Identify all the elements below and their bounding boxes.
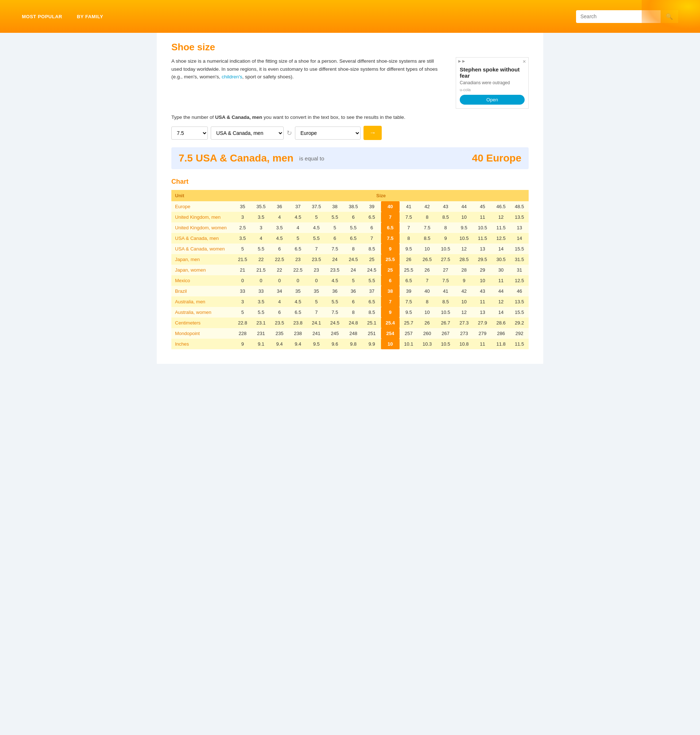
size-cell: 11.5 [473,233,492,244]
unit-cell: Japan, men [171,254,233,265]
size-cell: 3.5 [270,222,289,233]
size-cell: 6 [381,275,400,286]
size-cell: 21.5 [233,254,252,265]
size-cell: 29 [473,265,492,275]
converter-row: 7.5 8 8.5 USA & Canada, menEuropeUnited … [171,126,529,140]
size-cell: 7.5 [437,275,455,286]
size-cell: 26 [418,265,437,275]
size-cell: 23 [289,254,307,265]
size-cell: 8 [418,212,437,222]
size-cell: 4 [289,222,307,233]
size-cell: 3 [233,296,252,307]
size-cell: 13.5 [510,296,529,307]
refresh-icon[interactable]: ↻ [287,129,292,137]
table-row: Centimeters22.823.123.523.824.124.524.82… [171,318,529,328]
size-cell: 8 [418,296,437,307]
size-cell: 27 [437,265,455,275]
size-cell: 286 [492,328,510,339]
size-cell: 9 [437,233,455,244]
size-cell: 24.1 [307,318,326,328]
size-cell: 7 [362,233,381,244]
size-cell: 22 [270,265,289,275]
size-cell: 4 [270,212,289,222]
ad-close[interactable]: ✕ [522,59,526,64]
size-cell: 245 [326,328,344,339]
size-cell: 5.5 [326,296,344,307]
ad-subtitle: Canadians were outraged [460,80,525,85]
ad-label: ▶ ▶ [458,59,465,63]
size-cell: 29.5 [473,254,492,265]
size-cell: 267 [437,328,455,339]
table-row: Mondopoint228231235238241245248251254257… [171,328,529,339]
size-cell: 25 [381,265,400,275]
size-cell: 11.5 [492,222,510,233]
ad-open-button[interactable]: Open [460,95,525,104]
size-cell: 9.1 [252,339,271,349]
size-cell: 24 [344,265,363,275]
size-cell: 13 [510,222,529,233]
unit-cell: Europe [171,201,233,212]
size-cell: 22.5 [270,254,289,265]
desc-link[interactable]: children's [222,74,243,79]
convert-button[interactable]: → [363,126,382,140]
size-cell: 38 [381,286,400,296]
size-cell: 9.5 [400,244,418,254]
size-cell: 0 [307,275,326,286]
size-cell: 35.5 [252,201,271,212]
size-cell: 8 [344,307,363,318]
main-content: Shoe size ✦ Share A shoe size is a numer… [157,33,543,364]
size-cell: 13.5 [510,212,529,222]
size-cell: 24.5 [344,254,363,265]
unit-cell: Japan, women [171,265,233,275]
size-cell: 254 [381,328,400,339]
size-cell: 37 [362,286,381,296]
size-cell: 7.5 [400,212,418,222]
nav-most-popular[interactable]: MOST POPULAR [22,14,62,19]
size-cell: 46.5 [492,201,510,212]
size-cell: 3.5 [252,296,271,307]
size-cell: 6 [270,307,289,318]
table-row: Inches99.19.49.49.59.69.89.91010.110.310… [171,339,529,349]
size-cell: 37.5 [307,201,326,212]
main-nav: MOST POPULAR BY FAMILY [22,14,103,19]
size-cell: 7.5 [326,307,344,318]
size-cell: 6 [326,233,344,244]
size-cell: 235 [270,328,289,339]
page-title: Shoe size [171,41,529,53]
size-cell: 23.1 [252,318,271,328]
size-cell: 41 [400,201,418,212]
size-cell: 33 [252,286,271,296]
size-cell: 6 [270,244,289,254]
table-row: Australia, women55.566.577.588.599.51010… [171,307,529,318]
to-unit-select[interactable]: EuropeUSA & Canada, menUnited Kingdom, m… [295,126,360,140]
size-cell: 7.5 [400,296,418,307]
size-cell: 11.5 [510,339,529,349]
size-cell: 6.5 [381,222,400,233]
size-cell: 6 [362,222,381,233]
nav-by-family[interactable]: BY FAMILY [77,14,103,19]
table-row: Australia, men33.544.555.566.577.588.510… [171,296,529,307]
size-cell: 24.5 [362,265,381,275]
col-unit-header: Unit [171,190,233,201]
value-select[interactable]: 7.5 8 8.5 [171,126,208,140]
size-cell: 273 [455,328,474,339]
size-cell: 22 [252,254,271,265]
size-cell: 5 [233,307,252,318]
size-cell: 10 [455,296,474,307]
table-row: United Kingdom, women2.533.544.555.566.5… [171,222,529,233]
size-cell: 25.5 [381,254,400,265]
size-cell: 30.5 [492,254,510,265]
size-cell: 7.5 [418,222,437,233]
table-row: Japan, women2121.52222.52323.52424.52525… [171,265,529,275]
from-unit-select[interactable]: USA & Canada, menEuropeUnited Kingdom, m… [211,126,284,140]
size-cell: 6.5 [289,244,307,254]
table-row: Brazil33333435353636373839404142434446 [171,286,529,296]
size-cell: 10.5 [437,307,455,318]
size-cell: 4 [252,233,271,244]
size-cell: 11 [492,275,510,286]
size-cell: 28.6 [492,318,510,328]
size-cell: 33 [233,286,252,296]
ad-box: ▶ ▶ ✕ Stephen spoke without fear Canadia… [456,57,529,109]
size-cell: 9.4 [289,339,307,349]
size-cell: 30 [492,265,510,275]
